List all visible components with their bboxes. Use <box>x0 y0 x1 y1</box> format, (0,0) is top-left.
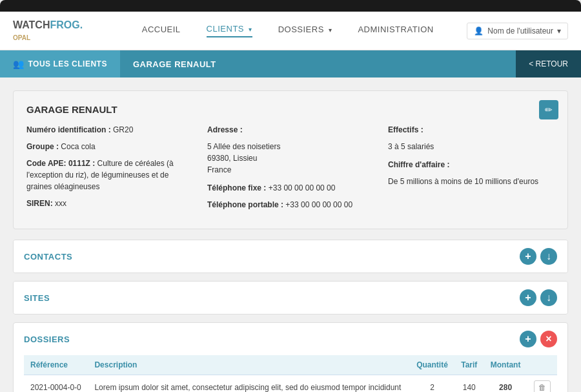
chiffre-label-row: Chiffre d'affaire : <box>388 159 556 170</box>
adresse-line3: France <box>207 165 231 174</box>
numero-identification: Numéro identification : GR20 <box>26 124 194 136</box>
client-col-2: Adresse : 5 Allée des noisetiers 69380, … <box>207 124 388 216</box>
clients-icon: 👥 <box>13 59 25 69</box>
chiffre-label: Chiffre d'affaire : <box>388 160 450 169</box>
dossiers-close-button[interactable]: × <box>540 331 557 347</box>
numero-value: GR20 <box>113 125 133 134</box>
contacts-collapse-button[interactable]: ↓ <box>540 248 557 265</box>
groupe-label: Groupe : <box>26 142 59 151</box>
code-ape-label: Code APE: 0111Z : <box>26 159 95 168</box>
adresse-lines: 5 Allée des noisetiers 69380, Lissieu Fr… <box>207 141 375 176</box>
chiffre-value-row: De 5 millions à moins de 10 millions d'e… <box>388 176 556 187</box>
siren-row: SIREN: xxx <box>26 198 194 209</box>
siren-label: SIREN: <box>26 199 53 208</box>
main-content: GARAGE RENAULT ✏ Numéro identification :… <box>0 77 581 392</box>
client-info-card: GARAGE RENAULT ✏ Numéro identification :… <box>13 90 568 229</box>
logo-g: G. <box>72 19 83 30</box>
contacts-add-button[interactable]: + <box>520 248 536 265</box>
dossiers-header: DOSSIERS + × <box>14 323 567 355</box>
adresse-line1: 5 Allée des noisetiers <box>207 142 280 151</box>
user-chevron-icon: ▾ <box>557 26 561 36</box>
col-description: Description <box>88 355 409 375</box>
groupe-value: Coca cola <box>61 142 95 151</box>
dossiers-section: DOSSIERS + × Référence Description Quant… <box>13 322 568 392</box>
numero-label: Numéro identification : <box>26 125 111 134</box>
sites-header: SITES + ↓ <box>14 282 567 314</box>
clients-chevron: ▾ <box>249 26 252 33</box>
sites-collapse-button[interactable]: ↓ <box>540 289 557 306</box>
phone-fixed-label: Téléphone fixe : <box>207 183 266 192</box>
sites-add-icon: + <box>525 292 531 304</box>
code-ape-row: Code APE: 0111Z : Culture de céréales (à… <box>26 158 194 192</box>
phone-fixed-row: Téléphone fixe : +33 00 00 00 00 00 <box>207 182 375 194</box>
breadcrumb-all-clients[interactable]: 👥 TOUS LES CLIENTS <box>0 50 120 77</box>
col-reference: Référence <box>24 355 88 375</box>
contacts-collapse-icon: ↓ <box>546 251 551 262</box>
dossiers-table-header-row: Référence Description Quantité Tarif Mon… <box>24 355 557 375</box>
row1-quantite: 2 <box>410 375 454 393</box>
client-info-grid: Numéro identification : GR20 Groupe : Co… <box>26 124 555 216</box>
logo-text: WATCHFROG. OPAL <box>13 19 83 43</box>
dossiers-title: DOSSIERS <box>24 335 516 344</box>
adresse-label-row: Adresse : <box>207 124 375 136</box>
top-bar <box>0 0 581 12</box>
logo-eye-char: O <box>64 19 72 30</box>
client-col-3: Effectifs : 3 à 5 salariés Chiffre d'aff… <box>388 124 569 216</box>
edit-icon: ✏ <box>545 105 553 115</box>
nav-dossiers[interactable]: DOSSIERS ▾ <box>278 25 332 37</box>
sites-title: SITES <box>24 293 516 303</box>
effectifs-label: Effectifs : <box>388 125 423 134</box>
adresse-line2: 69380, Lissieu <box>207 154 257 163</box>
dossiers-table-body: 2021-0004-0-0 Lorem ipsum dolor sit amet… <box>24 375 557 393</box>
row1-delete-button[interactable]: 🗑 <box>534 380 551 392</box>
row1-tarif: 140 <box>454 375 484 393</box>
dossiers-close-icon: × <box>545 333 551 345</box>
contacts-title: CONTACTS <box>24 252 516 262</box>
effectifs-value-row: 3 à 5 salariés <box>388 141 556 152</box>
dossiers-add-button[interactable]: + <box>520 331 536 347</box>
edit-client-button[interactable]: ✏ <box>539 100 558 119</box>
client-title: GARAGE RENAULT <box>26 104 555 115</box>
row1-delete-icon: 🗑 <box>538 383 546 392</box>
groupe-row: Groupe : Coca cola <box>26 141 194 152</box>
breadcrumb-back-button[interactable]: < RETOUR <box>516 50 581 77</box>
effectifs-label-row: Effectifs : <box>388 124 556 136</box>
nav-administration[interactable]: ADMINISTRATION <box>358 25 433 37</box>
user-icon: 👤 <box>474 26 484 36</box>
contacts-section: CONTACTS + ↓ <box>13 240 568 273</box>
contacts-add-icon: + <box>525 251 531 262</box>
dossiers-table-container: Référence Description Quantité Tarif Mon… <box>14 355 567 392</box>
table-row: 2021-0004-0-0 Lorem ipsum dolor sit amet… <box>24 375 557 393</box>
phone-fixed-value: +33 00 00 00 00 00 <box>269 183 336 192</box>
col-tarif: Tarif <box>454 355 484 375</box>
chiffre-value: De 5 millions à moins de 10 millions d'e… <box>388 177 538 186</box>
navbar: WATCHFROG. OPAL ACCUEIL CLIENTS ▾ DOSSIE… <box>0 12 581 50</box>
phone-mobile-row: Téléphone portable : +33 00 00 00 00 00 <box>207 199 375 211</box>
logo-opal: OPAL <box>13 34 30 41</box>
dossiers-chevron: ▾ <box>329 26 332 34</box>
row1-description: Lorem ipsum dolor sit amet, consectetur … <box>88 375 409 393</box>
nav-links: ACCUEIL CLIENTS ▾ DOSSIERS ▾ ADMINISTRAT… <box>108 24 467 37</box>
logo: WATCHFROG. OPAL <box>13 19 83 43</box>
nav-clients[interactable]: CLIENTS ▾ <box>207 24 252 37</box>
sites-section: SITES + ↓ <box>13 281 568 315</box>
adresse-label: Adresse : <box>207 125 243 134</box>
row1-actions: 🗑 <box>527 375 557 393</box>
user-label: Nom de l'utilisateur <box>487 26 553 36</box>
effectifs-value: 3 à 5 salariés <box>388 142 434 151</box>
all-clients-label: TOUS LES CLIENTS <box>28 59 107 68</box>
siren-value: xxx <box>55 199 66 208</box>
sites-add-button[interactable]: + <box>520 289 536 306</box>
client-col-1: Numéro identification : GR20 Groupe : Co… <box>26 124 207 216</box>
nav-accueil[interactable]: ACCUEIL <box>142 25 181 37</box>
user-menu[interactable]: 👤 Nom de l'utilisateur ▾ <box>467 23 568 39</box>
col-actions <box>527 355 557 375</box>
phone-mobile-value: +33 00 00 00 00 00 <box>285 200 352 209</box>
dossiers-table-head: Référence Description Quantité Tarif Mon… <box>24 355 557 375</box>
phone-mobile-label: Téléphone portable : <box>207 200 283 209</box>
breadcrumb-current-client: GARAGE RENAULT <box>120 59 516 69</box>
sites-collapse-icon: ↓ <box>546 292 551 304</box>
contacts-header: CONTACTS + ↓ <box>14 240 567 273</box>
col-montant: Montant <box>484 355 527 375</box>
dossiers-table: Référence Description Quantité Tarif Mon… <box>24 355 557 392</box>
